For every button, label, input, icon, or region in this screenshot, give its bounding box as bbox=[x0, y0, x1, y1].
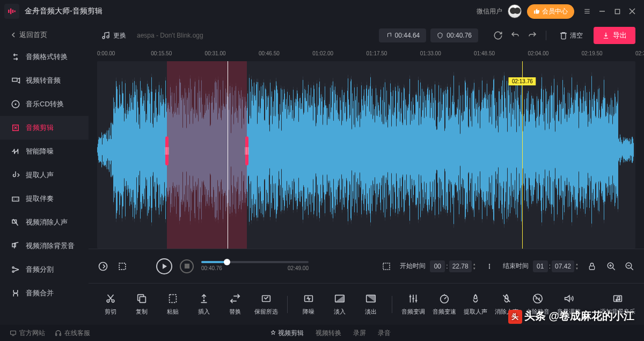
sidebar-item-6[interactable]: 提取伴奏 bbox=[0, 187, 89, 211]
sidebar-item-3[interactable]: 音频剪辑 bbox=[0, 116, 89, 140]
action-bgm[interactable]: 添加背景音乐 bbox=[600, 293, 635, 316]
redo-button[interactable] bbox=[528, 31, 537, 40]
footer-tab-0[interactable]: 视频剪辑 bbox=[270, 329, 304, 338]
vip-button[interactable]: 会员中心 bbox=[527, 4, 574, 19]
action-pitch[interactable]: 音频变调 bbox=[400, 293, 427, 316]
playback-controls: 00:40.76 02:49.00 开始时间 00: 22.78 ▲▼ 结束时间… bbox=[89, 249, 644, 283]
sidebar-item-5[interactable]: 提取人声 bbox=[0, 163, 89, 187]
zoom-out-button[interactable] bbox=[624, 260, 635, 272]
settings-button[interactable] bbox=[580, 4, 595, 19]
svg-point-36 bbox=[107, 300, 109, 302]
footer-tab-3[interactable]: 录音 bbox=[378, 329, 391, 338]
action-fadein[interactable]: 淡入 bbox=[326, 293, 353, 316]
music-note-icon bbox=[101, 31, 110, 40]
paste-icon bbox=[167, 293, 179, 304]
link-times-button[interactable] bbox=[484, 260, 495, 272]
svg-rect-39 bbox=[170, 295, 177, 303]
timeline-ruler[interactable]: 0:00.0000:15.5000:31.0000:46.5001:02.000… bbox=[97, 48, 635, 61]
svg-rect-28 bbox=[589, 266, 594, 270]
action-insert[interactable]: 插入 bbox=[191, 293, 217, 316]
fadeout-icon bbox=[365, 293, 377, 304]
sidebar-item-0[interactable]: 音频格式转换 bbox=[0, 45, 89, 69]
svg-rect-8 bbox=[615, 9, 619, 13]
action-remove[interactable]: 消除人声 bbox=[493, 293, 520, 316]
noise-icon bbox=[303, 293, 314, 304]
waveform[interactable]: 02:13.76 bbox=[97, 61, 635, 249]
accom-icon bbox=[11, 194, 20, 204]
sidebar-item-4[interactable]: 智能降噪 bbox=[0, 140, 89, 163]
action-paste[interactable]: 粘贴 bbox=[159, 293, 186, 316]
voice-icon bbox=[11, 170, 20, 180]
action-fadeout[interactable]: 淡出 bbox=[357, 293, 384, 316]
action-keep[interactable]: 保留所选 bbox=[253, 293, 280, 316]
selection-handle-right[interactable] bbox=[245, 136, 248, 165]
svg-rect-22 bbox=[119, 263, 126, 270]
end-time-label: 结束时间 bbox=[503, 262, 529, 271]
sidebar-item-1[interactable]: 视频转音频 bbox=[0, 69, 89, 92]
cursor-time-label: 02:13.76 bbox=[509, 77, 536, 85]
sidebar-item-8[interactable]: 视频消除背景音 bbox=[0, 234, 89, 258]
split-icon bbox=[11, 265, 20, 274]
svg-rect-1 bbox=[10, 9, 11, 14]
selection-mode-button[interactable] bbox=[116, 260, 128, 272]
action-silence[interactable]: 去除静音 bbox=[524, 293, 551, 316]
play-button[interactable] bbox=[156, 258, 172, 274]
change-file-button[interactable]: 更换 bbox=[97, 29, 130, 42]
timeline-area: 0:00.0000:15.5000:31.0000:46.5001:02.000… bbox=[89, 48, 644, 249]
support-link[interactable]: 在线客服 bbox=[55, 329, 90, 338]
clear-button[interactable]: 清空 bbox=[555, 29, 587, 42]
footer-tab-1[interactable]: 视频转换 bbox=[316, 329, 341, 338]
avatar[interactable] bbox=[508, 4, 522, 18]
footer-tab-2[interactable]: 录屏 bbox=[353, 329, 366, 338]
v-voice-icon bbox=[11, 217, 20, 227]
titlebar: 金舟音频大师-音频剪辑 微信用户 会员中心 bbox=[0, 0, 644, 23]
selection-handle-left[interactable] bbox=[165, 136, 169, 165]
close-button[interactable] bbox=[625, 4, 640, 19]
lock-button[interactable] bbox=[586, 260, 598, 272]
svg-rect-14 bbox=[12, 197, 19, 201]
select-all-button[interactable] bbox=[380, 260, 392, 272]
undo-button[interactable] bbox=[510, 31, 520, 40]
end-time-input[interactable]: 01: 07.42 ▲▼ bbox=[533, 260, 579, 272]
action-extract[interactable]: 提取人声 bbox=[462, 293, 489, 316]
remove-icon bbox=[501, 293, 513, 304]
monitor-icon bbox=[10, 330, 17, 337]
action-speed[interactable]: 音频变速 bbox=[431, 293, 458, 316]
sidebar-item-9[interactable]: 音频分割 bbox=[0, 258, 89, 281]
selection-region[interactable] bbox=[167, 61, 246, 249]
minimize-button[interactable] bbox=[595, 4, 610, 19]
thumbs-up-icon bbox=[533, 8, 540, 14]
current-filename: aespa - Don't Blink.ogg bbox=[137, 32, 203, 39]
start-time-input[interactable]: 00: 22.78 ▲▼ bbox=[430, 260, 475, 272]
app-logo bbox=[4, 4, 19, 19]
action-copy[interactable]: 复制 bbox=[128, 293, 155, 316]
fadein-icon bbox=[334, 293, 346, 304]
action-cut[interactable]: 剪切 bbox=[97, 293, 124, 316]
replay-button[interactable] bbox=[97, 260, 109, 272]
progress-bar[interactable]: 00:40.76 02:49.00 bbox=[201, 261, 309, 271]
maximize-button[interactable] bbox=[610, 4, 625, 19]
svg-rect-3 bbox=[14, 11, 16, 12]
reload-button[interactable] bbox=[493, 31, 503, 40]
svg-rect-23 bbox=[185, 264, 189, 269]
copy-icon bbox=[136, 293, 148, 304]
zoom-in-button[interactable] bbox=[605, 260, 617, 272]
action-volume[interactable]: 音量调整 bbox=[555, 293, 582, 316]
trash-icon bbox=[559, 31, 568, 40]
export-button[interactable]: 导出 bbox=[594, 27, 635, 44]
silence-icon bbox=[532, 293, 544, 304]
start-time-label: 开始时间 bbox=[400, 262, 426, 271]
action-noise[interactable]: 降噪 bbox=[295, 293, 322, 316]
sidebar-item-7[interactable]: 视频消除人声 bbox=[0, 211, 89, 234]
chevron-left-icon bbox=[11, 32, 16, 38]
sidebar-item-2[interactable]: 音乐CD转换 bbox=[0, 92, 89, 116]
bgm-icon bbox=[612, 293, 624, 304]
back-home-button[interactable]: 返回首页 bbox=[0, 25, 89, 45]
stop-button[interactable] bbox=[180, 259, 194, 273]
action-replace[interactable]: 替换 bbox=[222, 293, 248, 316]
playhead[interactable] bbox=[228, 61, 228, 249]
sidebar-item-10[interactable]: 音频合并 bbox=[0, 281, 89, 305]
v-bg-icon bbox=[11, 241, 20, 251]
merge-icon bbox=[11, 288, 20, 298]
website-link[interactable]: 官方网站 bbox=[10, 329, 45, 338]
